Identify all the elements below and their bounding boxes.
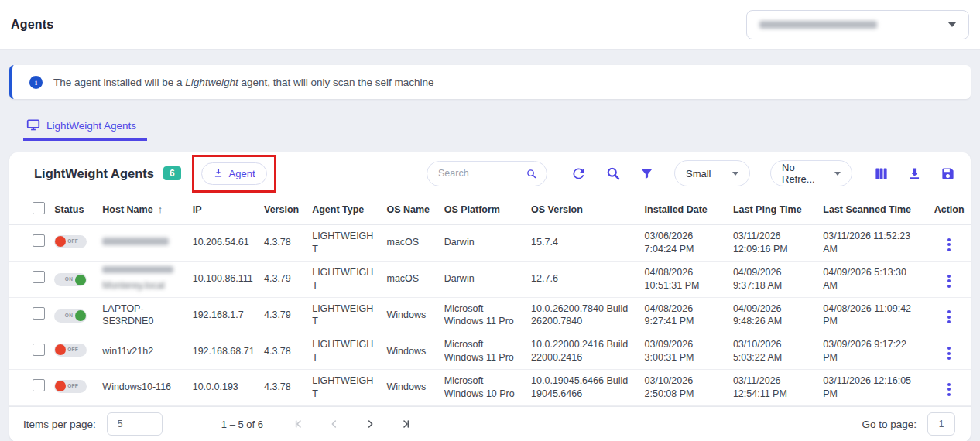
prev-page-button[interactable] [327, 416, 342, 432]
status-cell: OFF [50, 370, 98, 406]
go-to-page-label: Go to page: [862, 419, 917, 430]
row-select-cell [9, 261, 50, 297]
col-header-agent-type[interactable]: Agent Type [307, 194, 382, 225]
status-cell: OFF [50, 225, 98, 262]
row-checkbox[interactable] [33, 344, 45, 356]
tab-lightweight-agents[interactable]: LightWeight Agents [23, 116, 147, 141]
first-page-button[interactable] [291, 416, 307, 432]
kebab-menu-icon[interactable] [943, 308, 955, 326]
sort-asc-icon[interactable]: ↑ [158, 203, 163, 215]
status-cell: ON [50, 297, 98, 333]
chevron-right-icon [364, 418, 376, 430]
col-header-status[interactable]: Status [50, 194, 98, 225]
banner-text-prefix: The agent installed will be a [53, 77, 185, 88]
agents-table: Status Host Name↑ IP Version Agent Type … [9, 194, 971, 406]
banner-text-italic: Lightweight [185, 77, 238, 88]
status-toggle[interactable]: OFF [54, 380, 87, 393]
col-header-last-ping-time[interactable]: Last Ping Time [728, 194, 818, 225]
row-checkbox[interactable] [33, 379, 45, 391]
col-header-installed-date[interactable]: Installed Date [640, 194, 728, 225]
col-header-host-name-label: Host Name [102, 204, 152, 215]
ip-cell: 192.168.68.71 [188, 333, 259, 370]
installed-date-cell: 04/08/2026 10:51:31 PM [640, 261, 728, 297]
magnifier-icon [605, 166, 621, 181]
status-toggle[interactable]: OFF [54, 344, 87, 357]
org-dropdown-redacted-value [759, 21, 877, 29]
chevron-down-icon [834, 172, 841, 176]
col-header-os-platform[interactable]: OS Platform [440, 194, 526, 225]
filter-button[interactable] [639, 166, 654, 181]
select-all-checkbox[interactable] [33, 202, 45, 214]
kebab-menu-icon[interactable] [943, 344, 955, 362]
status-toggle[interactable]: ON [54, 273, 87, 286]
table-header-row: Status Host Name↑ IP Version Agent Type … [9, 194, 971, 225]
installed-date-cell: 03/06/2026 7:04:24 PM [640, 225, 728, 262]
redacted-host-name [102, 266, 173, 273]
agent-type-cell: LIGHTWEIGHT [307, 297, 382, 333]
host-name-partial: Monterey.local [102, 280, 164, 291]
card-title: LightWeight Agents [34, 166, 154, 181]
col-header-version[interactable]: Version [259, 194, 307, 225]
agent-type-cell: LIGHTWEIGHT [307, 333, 382, 370]
table-row: ON LAPTOP-SE3RDNE0 192.168.1.7 4.3.79 LI… [9, 297, 971, 333]
version-cell: 4.3.78 [259, 370, 307, 406]
os-name-cell: macOS [382, 225, 439, 262]
kebab-menu-icon[interactable] [943, 236, 955, 254]
search-input[interactable] [438, 168, 526, 179]
status-toggle[interactable]: ON [54, 309, 87, 323]
row-size-value: Small [686, 168, 711, 179]
row-checkbox[interactable] [33, 271, 45, 283]
last-scanned-cell: 03/11/2026 12:16:05 PM [818, 370, 927, 406]
row-checkbox[interactable] [33, 307, 45, 320]
banner-text: The agent installed will be a Lightweigh… [53, 77, 434, 88]
kebab-menu-icon[interactable] [943, 272, 955, 290]
ip-cell: 10.100.86.111 [188, 261, 259, 297]
next-page-button[interactable] [362, 416, 378, 432]
col-header-os-name[interactable]: OS Name [382, 194, 439, 225]
col-header-host-name[interactable]: Host Name↑ [98, 194, 187, 225]
last-page-icon [399, 418, 412, 430]
chevron-left-icon [328, 418, 341, 430]
os-name-cell: Windows [382, 370, 439, 406]
status-toggle[interactable]: OFF [54, 235, 87, 248]
kebab-menu-icon[interactable] [943, 381, 955, 398]
banner-text-suffix: agent, that will only scan the self mach… [238, 77, 434, 88]
auto-refresh-dropdown[interactable]: No Refre... [770, 160, 852, 186]
row-select-cell [9, 225, 50, 262]
download-agent-button[interactable]: Agent [201, 162, 267, 185]
monitor-icon [26, 119, 40, 132]
ip-cell: 10.206.54.61 [188, 225, 259, 262]
go-to-page-input[interactable] [927, 412, 955, 436]
last-ping-cell: 03/11/2026 12:54:11 PM [728, 370, 818, 406]
installed-date-cell: 04/08/2026 9:27:41 PM [640, 297, 728, 333]
download-agent-label: Agent [229, 168, 255, 179]
refresh-button[interactable] [571, 166, 587, 182]
agent-count-badge: 6 [163, 166, 181, 180]
info-banner: i The agent installed will be a Lightwei… [9, 65, 971, 99]
columns-button[interactable] [874, 166, 889, 181]
last-ping-cell: 04/09/2026 9:48:26 AM [728, 297, 818, 333]
table-row: OFF win11v21h2 192.168.68.71 4.3.78 LIGH… [9, 333, 971, 370]
items-per-page-input[interactable] [107, 412, 163, 436]
agent-type-cell: LIGHTWEIGHT [307, 370, 382, 406]
col-header-last-scanned-time[interactable]: Last Scanned Time [818, 194, 927, 225]
search-box [427, 161, 547, 186]
page-range-label: 1 – 5 of 6 [221, 419, 263, 430]
refresh-icon [571, 166, 587, 182]
go-to-page: Go to page: [862, 412, 955, 436]
save-button[interactable] [941, 166, 955, 181]
row-size-dropdown[interactable]: Small [674, 160, 750, 186]
row-checkbox[interactable] [33, 234, 45, 247]
os-platform-cell: Microsoft Windows 11 Pro [440, 297, 526, 333]
info-icon: i [29, 76, 43, 89]
host-name-cell: Monterey.local [98, 261, 187, 297]
advanced-search-button[interactable] [605, 166, 621, 181]
agent-type-cell: LIGHTWEIGHT [307, 225, 382, 262]
col-header-os-version[interactable]: OS Version [526, 194, 639, 225]
org-dropdown[interactable] [746, 10, 969, 39]
col-header-ip[interactable]: IP [188, 194, 259, 225]
last-page-button[interactable] [398, 416, 413, 432]
export-button[interactable] [907, 166, 922, 181]
row-select-cell [9, 370, 50, 406]
toggle-dot [55, 381, 66, 391]
